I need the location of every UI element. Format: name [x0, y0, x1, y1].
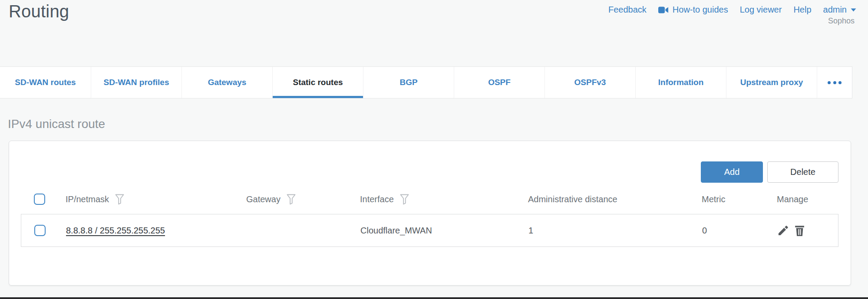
metric-cell: 0 [702, 226, 777, 236]
edit-pencil-icon[interactable] [777, 225, 789, 237]
table-actions: Add Delete [21, 161, 838, 183]
column-header-administrative-distance: Administrative distance [528, 194, 617, 204]
feedback-link[interactable]: Feedback [608, 5, 647, 15]
top-navigation: Feedback How-to guides Log viewer Help a… [608, 5, 856, 15]
routing-tabbar: SD-WAN routes SD-WAN profiles Gateways S… [0, 66, 852, 99]
brand-label: Sophos [828, 16, 855, 26]
tab-label: BGP [399, 78, 417, 87]
table-header: IP/netmask Gateway Interface Administrat… [21, 189, 838, 209]
select-all-checkbox[interactable] [34, 194, 45, 205]
section-title: IPv4 unicast route [8, 117, 105, 131]
row-checkbox[interactable] [34, 225, 46, 236]
log-viewer-label: Log viewer [740, 5, 782, 15]
add-button[interactable]: Add [701, 161, 763, 183]
ellipsis-icon [828, 78, 842, 87]
table-row: 8.8.8.8 / 255.255.255.255 Cloudflare_MWA… [21, 214, 838, 247]
column-header-ip-netmask: IP/netmask [66, 194, 109, 204]
window-bottom-edge [0, 297, 868, 299]
tab-label: Gateways [208, 78, 247, 87]
filter-icon[interactable] [115, 194, 124, 205]
tab-label: SD-WAN profiles [104, 78, 169, 87]
tab-label: Information [658, 78, 704, 87]
delete-button[interactable]: Delete [767, 161, 838, 183]
admin-label: admin [823, 5, 847, 15]
administrative-distance-cell: 1 [528, 226, 702, 236]
column-header-metric: Metric [702, 194, 725, 204]
tab-label: OSPF [488, 78, 511, 87]
delete-trash-icon[interactable] [794, 225, 805, 237]
caret-down-icon [851, 8, 856, 12]
help-label: Help [793, 5, 811, 15]
filter-icon[interactable] [400, 194, 409, 205]
admin-menu[interactable]: admin [823, 5, 856, 15]
tab-label: Static routes [293, 78, 343, 87]
routing-page: Routing Feedback How-to guides Log viewe… [0, 0, 868, 299]
video-camera-icon [658, 6, 669, 14]
tab-bgp[interactable]: BGP [363, 67, 454, 98]
more-tabs-button[interactable] [817, 67, 852, 98]
tab-gateways[interactable]: Gateways [182, 67, 272, 98]
help-link[interactable]: Help [793, 5, 811, 15]
interface-cell: Cloudflare_MWAN [360, 226, 528, 236]
route-ip-link[interactable]: 8.8.8.8 / 255.255.255.255 [66, 226, 165, 235]
tab-label: Upstream proxy [740, 78, 803, 87]
tab-upstream-proxy[interactable]: Upstream proxy [726, 67, 817, 98]
tab-ospfv3[interactable]: OSPFv3 [545, 67, 635, 98]
column-header-manage: Manage [777, 194, 808, 204]
ipv4-unicast-route-card: Add Delete IP/netmask Gateway Interface [9, 141, 851, 286]
column-header-interface: Interface [360, 194, 394, 204]
page-title: Routing [9, 2, 69, 21]
tab-information[interactable]: Information [635, 67, 726, 98]
how-to-guides-label: How-to guides [673, 5, 728, 15]
filter-icon[interactable] [287, 194, 296, 205]
tab-ospf[interactable]: OSPF [454, 67, 545, 98]
how-to-guides-link[interactable]: How-to guides [658, 5, 728, 15]
tab-sdwan-profiles[interactable]: SD-WAN profiles [91, 67, 182, 98]
feedback-label: Feedback [608, 5, 647, 15]
column-header-gateway: Gateway [246, 194, 281, 204]
tab-sdwan-routes[interactable]: SD-WAN routes [0, 67, 91, 98]
tab-label: OSPFv3 [574, 78, 606, 87]
tab-static-routes[interactable]: Static routes [272, 67, 363, 98]
log-viewer-link[interactable]: Log viewer [740, 5, 782, 15]
tab-label: SD-WAN routes [15, 78, 76, 87]
